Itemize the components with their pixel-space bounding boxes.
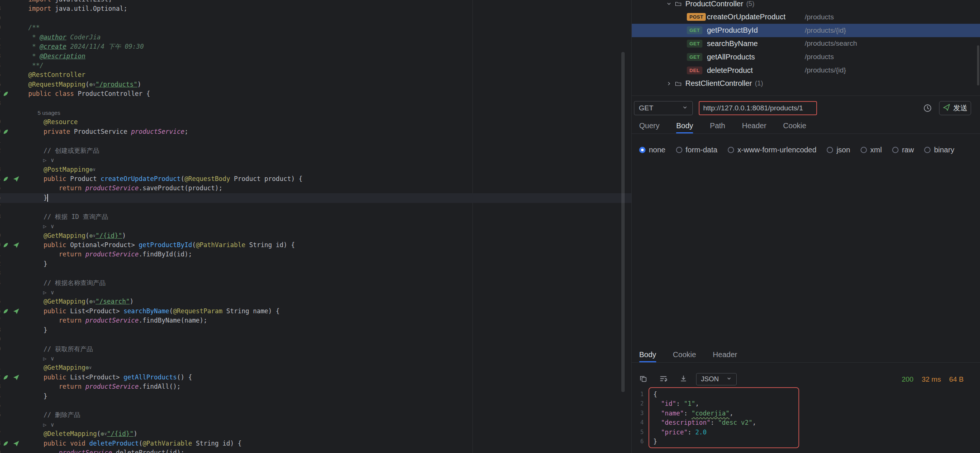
body-type-json[interactable]: json — [827, 146, 850, 154]
token: : — [711, 419, 718, 426]
token: @PathVariable — [196, 241, 245, 249]
code-line: ▷ ∨ — [0, 155, 632, 165]
token: **/ — [28, 62, 43, 69]
token: @GetMapping — [28, 298, 86, 305]
line-number: 7 — [0, 0, 1, 4]
endpoint-name: getProductById — [707, 26, 758, 35]
token — [51, 90, 55, 97]
token: : — [684, 410, 691, 417]
endpoint-count: (5) — [746, 0, 754, 8]
body-type-none[interactable]: none — [639, 146, 666, 154]
body-type-binary[interactable]: binary — [924, 146, 954, 154]
endpoint-row[interactable]: GETgetAllProducts/products — [632, 50, 980, 63]
token — [66, 440, 70, 447]
token: , — [730, 410, 733, 417]
line-number: 35 — [0, 297, 1, 306]
token: : — [687, 428, 695, 436]
response-line: 5 "price": 2.0 — [632, 428, 980, 437]
code-line: ▷ ∨ — [0, 222, 632, 231]
line-number: 8 — [0, 4, 1, 13]
chevron-down-icon[interactable] — [666, 1, 672, 7]
line-number: 43 — [0, 382, 1, 391]
token: productService — [86, 184, 139, 192]
download-icon[interactable] — [679, 375, 687, 383]
send-button[interactable]: 发送 — [939, 101, 971, 115]
code-editor[interactable]: 7import java.util.List;8import java.util… — [0, 0, 632, 453]
line-number: 14 — [0, 61, 1, 70]
url-input[interactable] — [699, 101, 817, 115]
token: ( — [139, 440, 143, 447]
line-number: 47 — [0, 429, 1, 439]
token: { — [653, 391, 657, 398]
chevron-right-icon[interactable] — [666, 81, 672, 87]
token: java.util.List; — [51, 0, 112, 3]
token: "/{id}" — [107, 430, 134, 437]
tab-body[interactable]: Body — [639, 347, 656, 362]
radio-icon — [639, 147, 646, 153]
token: ▷ ∨ — [28, 421, 54, 428]
token: import — [28, 5, 51, 12]
response-line: 3 "name": "coderjia", — [632, 409, 980, 418]
separator — [632, 133, 980, 134]
tab-path[interactable]: Path — [710, 118, 725, 133]
body-type-form-data[interactable]: form-data — [676, 146, 718, 154]
chevron-down-icon — [726, 375, 732, 383]
code-line: 36 public List<Product> searchByName(@Re… — [0, 307, 632, 316]
tab-cookie[interactable]: Cookie — [673, 347, 696, 362]
copy-icon[interactable] — [639, 375, 648, 383]
tab-cookie[interactable]: Cookie — [783, 118, 806, 133]
method-select[interactable]: GET — [634, 101, 693, 115]
body-type-xml[interactable]: xml — [861, 146, 882, 154]
token: return — [28, 250, 81, 258]
line-number: 45 — [0, 401, 1, 410]
code-line: 8import java.util.Optional; — [0, 4, 632, 14]
endpoint-row[interactable]: GETgetProductById/products/{id} — [632, 24, 980, 37]
tab-query[interactable]: Query — [639, 118, 659, 133]
line-number: 38 — [0, 326, 1, 335]
tab-header[interactable]: Header — [713, 347, 737, 362]
editor-scrollbar[interactable] — [621, 52, 625, 392]
line-number: 20 — [0, 127, 1, 136]
token: ProductController { — [74, 90, 150, 97]
tab-header[interactable]: Header — [742, 118, 767, 133]
format-select[interactable]: JSON — [696, 373, 737, 385]
tree-group-row[interactable]: ProductController(5) — [632, 0, 980, 10]
code-line: 29 @GetMapping(⊕∨"/{id}") — [0, 231, 632, 241]
line-number: 23 — [0, 165, 1, 174]
endpoint-row[interactable]: GETsearchByName/products/search — [632, 37, 980, 50]
line-number: 30 — [0, 241, 1, 250]
token: // 创建或更新产品 — [28, 147, 99, 154]
tree-group-row[interactable]: RestClientController(1) — [632, 77, 980, 90]
token: public — [28, 175, 66, 182]
token: 5 usages — [28, 109, 60, 116]
code-line: 12 * @create 2024/11/4 下午 09:30 — [0, 42, 632, 52]
endpoint-row[interactable]: DELdeleteProduct/products/{id} — [632, 63, 980, 77]
radio-label: binary — [934, 146, 954, 154]
radio-label: xml — [870, 146, 882, 154]
token: "/search" — [95, 298, 130, 305]
code-line: 43 return productService.findAll(); — [0, 382, 632, 392]
code-line: 11 * @author CoderJia — [0, 33, 632, 42]
token: "desc v2" — [718, 419, 752, 426]
history-clock-icon[interactable] — [923, 104, 932, 112]
tab-body[interactable]: Body — [676, 118, 693, 133]
token: productService — [86, 317, 139, 324]
token: @GetMapping — [28, 232, 86, 239]
endpoint-name: searchByName — [707, 40, 758, 48]
code-line: 37 return productService.findByName(name… — [0, 316, 632, 326]
request-tabs: QueryBodyPathHeaderCookie — [639, 118, 806, 133]
soft-wrap-icon[interactable] — [659, 375, 667, 383]
token: ( — [97, 430, 100, 437]
token: @create — [40, 43, 67, 50]
code-line: 24 public Product createOrUpdateProduct(… — [0, 174, 632, 184]
radio-icon — [861, 147, 867, 153]
endpoint-row[interactable]: POSTcreateOrUpdateProduct/products — [632, 10, 980, 24]
token: Optional<Product> — [66, 241, 138, 249]
panel-scrollbar[interactable] — [977, 45, 979, 86]
body-type-x-www-form-urlencoded[interactable]: x-www-form-urlencoded — [728, 146, 816, 154]
token: ∨ — [89, 365, 92, 370]
line-number: 32 — [0, 260, 1, 269]
code-line: 18 — [0, 99, 632, 109]
separator — [632, 362, 980, 363]
body-type-raw[interactable]: raw — [892, 146, 914, 154]
